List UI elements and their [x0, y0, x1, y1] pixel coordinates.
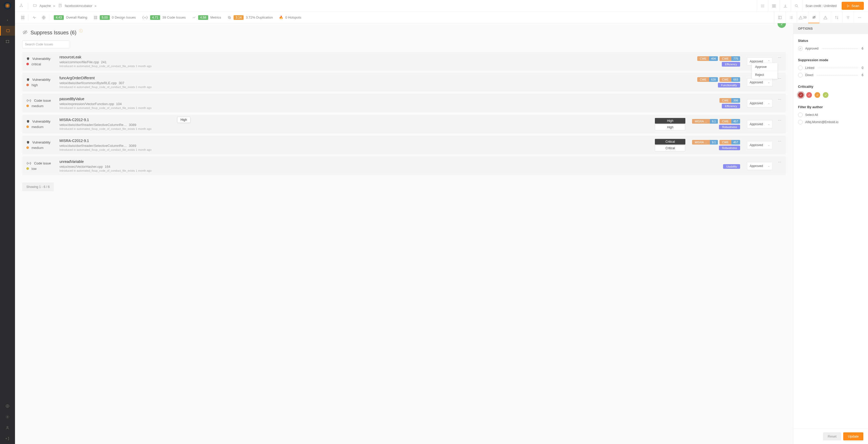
- issue-intro: Introduced in automated_fixup_code_of_co…: [59, 169, 718, 172]
- update-button[interactable]: Update: [843, 432, 863, 440]
- info-icon[interactable]: i: [79, 29, 83, 33]
- issue-row[interactable]: Vulnerability critical resourceLeak velo…: [22, 52, 786, 71]
- svg-rect-32: [96, 18, 97, 19]
- status-filter-approved[interactable]: ✓ Approved 6: [798, 46, 863, 51]
- suppression-linked[interactable]: Linked 0: [798, 66, 863, 70]
- svg-point-17: [762, 7, 763, 7]
- layout-icon[interactable]: [774, 12, 785, 23]
- sidebar-item-user[interactable]: [3, 423, 12, 433]
- scan-credit-label: Scan credit : Unlimited: [802, 0, 840, 12]
- issue-name: funcArgOrderDifferent: [59, 76, 692, 80]
- apps-icon[interactable]: [768, 0, 779, 12]
- issue-path: velox/dwio/dwrf/common/ByteRLE.cpp 307: [59, 81, 692, 85]
- status-dropdown[interactable]: Approved⌄: [747, 162, 773, 170]
- eye-off-icon[interactable]: [808, 12, 819, 23]
- svg-point-16: [761, 7, 762, 7]
- page-title: Suppress Issues (6): [30, 30, 76, 36]
- row-menu-icon[interactable]: ⋯: [777, 160, 782, 164]
- status-dropdown[interactable]: Approved⌄: [747, 120, 773, 128]
- row-menu-icon[interactable]: ⋯: [777, 55, 782, 60]
- sidebar-item-settings[interactable]: [3, 412, 12, 422]
- svg-point-7: [20, 6, 21, 7]
- author-item[interactable]: Alfej.Momin@Embold.io: [798, 120, 863, 125]
- breadcrumb-item[interactable]: Apache: [39, 4, 51, 8]
- sidebar-item-projects[interactable]: [0, 26, 15, 36]
- reset-button[interactable]: Reset: [823, 432, 841, 440]
- issue-severity: medium: [26, 146, 55, 150]
- suppression-direct[interactable]: Direct 6: [798, 73, 863, 77]
- list-icon[interactable]: [785, 12, 797, 23]
- issue-row[interactable]: Vulnerability medium MISRA-C2012-9.1 vel…: [22, 136, 786, 155]
- svg-point-23: [795, 4, 797, 6]
- issue-type: Vulnerability: [26, 57, 55, 61]
- metric-overall[interactable]: 4.43 Overall Rating: [51, 15, 90, 20]
- search-input[interactable]: [22, 40, 70, 48]
- issue-row[interactable]: Vulnerability high funcArgOrderDifferent…: [22, 73, 786, 92]
- svg-rect-31: [94, 18, 95, 19]
- status-dropdown-menu: Approve Reject: [752, 63, 778, 79]
- author-label: Filter By author: [798, 105, 863, 109]
- radio-icon: [798, 73, 803, 77]
- warning-icon[interactable]: 39: [797, 12, 808, 23]
- cwe-pill: MISRA …9.1: [692, 140, 718, 144]
- issue-pills: CWE628CWE683Functionality: [697, 77, 740, 88]
- issue-path: velox/exec/VectorHasher.cpp 164: [59, 165, 718, 169]
- row-menu-icon[interactable]: ⋯: [777, 97, 782, 102]
- sidebar-expand-icon[interactable]: ›: [3, 15, 12, 25]
- pulse-icon[interactable]: [30, 12, 39, 23]
- row-menu-icon[interactable]: ⋯: [777, 118, 782, 123]
- breadcrumb-item[interactable]: facebookincubator: [65, 4, 92, 8]
- search-icon[interactable]: [791, 0, 802, 12]
- metric-hotspots[interactable]: 🔥 0 Hotspots: [276, 15, 304, 20]
- issue-severity: low: [26, 167, 55, 171]
- criticality-medium[interactable]: [814, 92, 820, 98]
- status-dropdown[interactable]: Approved⌄: [747, 99, 773, 107]
- org-tree-icon[interactable]: [19, 3, 23, 8]
- radio-icon: [798, 112, 803, 117]
- criticality-high[interactable]: [806, 92, 812, 98]
- filter-icon[interactable]: [842, 12, 854, 23]
- criticality-critical[interactable]: [798, 92, 804, 98]
- criticality-low[interactable]: [823, 92, 829, 98]
- svg-point-10: [761, 5, 762, 5]
- sidebar-item-scan[interactable]: [3, 37, 12, 46]
- row-menu-icon[interactable]: ⋯: [777, 139, 782, 143]
- dropdown-option-reject[interactable]: Reject: [752, 71, 777, 79]
- issue-severity: high: [26, 83, 55, 87]
- issue-type: Vulnerability: [26, 119, 55, 124]
- grid-view-icon[interactable]: [18, 12, 27, 23]
- dropdown-option-approve[interactable]: Approve: [752, 63, 777, 71]
- svg-point-39: [860, 17, 861, 18]
- tooltip: High: [177, 117, 190, 123]
- issue-path: velox/dwio/dwrf/reader/SelectiveColumnRe…: [59, 144, 650, 148]
- metric-quality[interactable]: 4.58 Metrics: [189, 15, 224, 20]
- metrics-bar: 4.43 Overall Rating 5.00 0 Design Issues…: [15, 12, 868, 23]
- logo-icon[interactable]: [4, 2, 11, 9]
- author-select-all[interactable]: Select All: [798, 112, 863, 117]
- count-badge: 2: [778, 23, 786, 28]
- category-pill: Usability: [723, 164, 740, 169]
- issue-row[interactable]: {×}Code issue low unreadVariable velox/e…: [22, 157, 786, 175]
- issue-row[interactable]: Vulnerability medium MISRA-C2012-9.1 vel…: [22, 114, 786, 133]
- scan-button[interactable]: Scan: [842, 2, 864, 10]
- row-menu-icon[interactable]: ⋯: [777, 76, 782, 81]
- issue-row[interactable]: {×}Code issue medium passedByValue velox…: [22, 94, 786, 112]
- compare-icon[interactable]: [831, 12, 842, 23]
- svg-point-3: [7, 406, 8, 407]
- alert-icon[interactable]: [819, 12, 831, 23]
- sidebar-item-logout[interactable]: [3, 434, 12, 443]
- status-dropdown[interactable]: Approved⌄: [747, 141, 773, 149]
- issue-pills: MISRA …9.1CWE457Robustness: [692, 119, 740, 129]
- metric-duplication[interactable]: 3.14 3.72% Duplication: [224, 15, 276, 20]
- globe-icon[interactable]: [39, 12, 48, 23]
- metric-design[interactable]: 5.00 0 Design Issues: [90, 15, 139, 20]
- svg-rect-33: [228, 16, 230, 18]
- grid-icon[interactable]: [757, 0, 768, 12]
- svg-point-4: [7, 416, 8, 417]
- download-icon[interactable]: [779, 0, 791, 12]
- status-dropdown[interactable]: Approved⌄: [747, 78, 773, 87]
- metric-code[interactable]: {×} 4.71 39 Code Issues: [139, 15, 189, 20]
- sidebar-item-help[interactable]: [3, 401, 12, 411]
- more-icon[interactable]: [854, 12, 865, 23]
- issues-panel: 2 Suppress Issues (6) i Vulnerability cr…: [15, 23, 793, 444]
